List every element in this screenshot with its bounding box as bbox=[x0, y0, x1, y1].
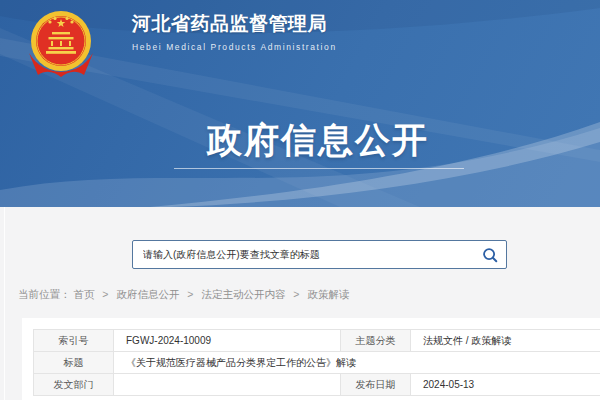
breadcrumb-prefix: 当前位置： bbox=[18, 288, 71, 300]
index-number-label: 索引号 bbox=[34, 330, 114, 352]
search-icon bbox=[481, 246, 499, 264]
search-button[interactable] bbox=[474, 241, 506, 268]
national-emblem-icon bbox=[17, 9, 105, 81]
site-brand[interactable]: 河北省药品监督管理局 Hebei Medical Products Admini… bbox=[0, 0, 400, 90]
department-value bbox=[114, 374, 341, 396]
banner-title-underline bbox=[174, 168, 464, 169]
department-label: 发文部门 bbox=[34, 374, 114, 396]
document-card: 索引号 FGWJ-2024-10009 主题分类 法规文件 / 政策解读 标题 … bbox=[22, 318, 600, 400]
site-title: 河北省药品监督管理局 bbox=[132, 11, 337, 37]
breadcrumb-current-policy-interpretation[interactable]: 政策解读 bbox=[307, 288, 349, 300]
table-row-department-date: 发文部门 发布日期 2024-05-13 bbox=[34, 374, 600, 396]
left-edge-divider bbox=[4, 207, 5, 400]
page-banner-title: 政府信息公开 bbox=[18, 117, 600, 164]
index-number-value: FGWJ-2024-10009 bbox=[114, 330, 341, 352]
category-label: 主题分类 bbox=[341, 330, 411, 352]
search-bar bbox=[132, 240, 507, 269]
header-banner: 河北省药品监督管理局 Hebei Medical Products Admini… bbox=[0, 0, 600, 207]
breadcrumb-separator: > bbox=[187, 288, 193, 300]
breadcrumb-separator: > bbox=[102, 288, 108, 300]
publish-date-label: 发布日期 bbox=[341, 374, 411, 396]
table-row-index-category: 索引号 FGWJ-2024-10009 主题分类 法规文件 / 政策解读 bbox=[34, 330, 600, 352]
breadcrumb-link-legal-disclosure[interactable]: 法定主动公开内容 bbox=[201, 288, 285, 300]
publish-date-value: 2024-05-13 bbox=[411, 374, 600, 396]
category-value: 法规文件 / 政策解读 bbox=[411, 330, 600, 352]
table-row-title: 标题 《关于规范医疗器械产品分类界定工作的公告》解读 bbox=[34, 352, 600, 374]
doc-title-value: 《关于规范医疗器械产品分类界定工作的公告》解读 bbox=[114, 352, 600, 374]
site-title-en: Hebei Medical Products Administration bbox=[132, 42, 337, 52]
breadcrumb-link-gov-info[interactable]: 政府信息公开 bbox=[116, 288, 179, 300]
site-title-block: 河北省药品监督管理局 Hebei Medical Products Admini… bbox=[132, 11, 337, 52]
search-input[interactable] bbox=[133, 249, 474, 260]
breadcrumb-link-home[interactable]: 首页 bbox=[73, 288, 94, 300]
content-area: 当前位置： 首页 > 政府信息公开 > 法定主动公开内容 > 政策解读 索引号 … bbox=[0, 207, 600, 400]
doc-title-label: 标题 bbox=[34, 352, 114, 374]
breadcrumb: 当前位置： 首页 > 政府信息公开 > 法定主动公开内容 > 政策解读 bbox=[18, 288, 349, 302]
breadcrumb-separator: > bbox=[293, 288, 299, 300]
document-info-table: 索引号 FGWJ-2024-10009 主题分类 法规文件 / 政策解读 标题 … bbox=[33, 329, 600, 396]
